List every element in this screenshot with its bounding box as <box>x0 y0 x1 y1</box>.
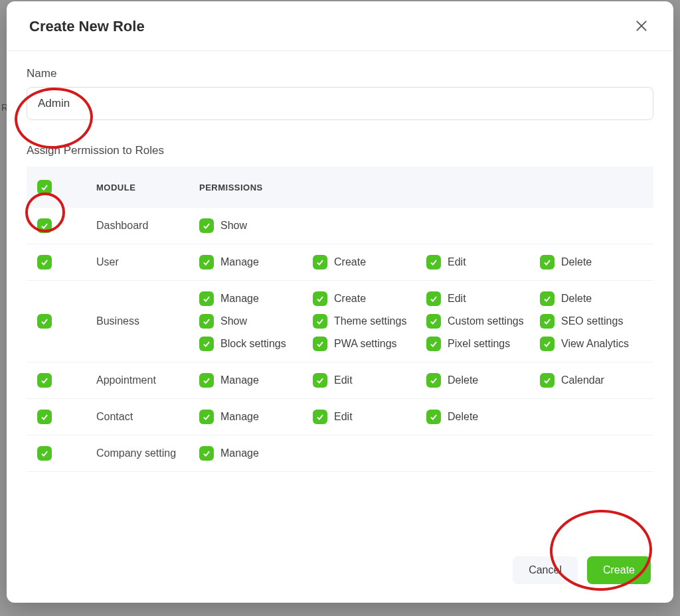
permission-label: Show <box>220 220 247 232</box>
modal-header: Create New Role <box>7 1 673 51</box>
permission-label: Edit <box>448 293 466 305</box>
permission-label: SEO settings <box>561 315 623 327</box>
permission-checkbox[interactable] <box>540 373 554 388</box>
table-row: ContactManageEditDelete <box>27 399 653 435</box>
permission-item: Show <box>199 218 306 233</box>
close-button[interactable] <box>632 17 651 36</box>
permission-checkbox[interactable] <box>426 255 441 270</box>
permission-checkbox[interactable] <box>199 337 214 351</box>
permission-checkbox[interactable] <box>540 337 554 351</box>
permission-label: Delete <box>561 293 592 305</box>
permission-checkbox[interactable] <box>199 373 214 388</box>
permissions-table: MODULE PERMISSIONS DashboardShowUserMana… <box>27 167 653 472</box>
permission-item: Calendar <box>540 373 647 388</box>
permission-checkbox[interactable] <box>540 255 554 270</box>
module-name: User <box>90 244 193 281</box>
permission-item: Delete <box>426 373 533 388</box>
permission-label: Pixel settings <box>448 338 510 350</box>
permission-checkbox[interactable] <box>313 337 327 351</box>
permission-checkbox[interactable] <box>426 291 441 306</box>
permission-label: Calendar <box>561 374 604 386</box>
permission-item: Delete <box>426 410 533 424</box>
permission-item: Edit <box>426 255 533 270</box>
permission-label: Block settings <box>220 338 286 350</box>
permission-item: Manage <box>199 446 306 461</box>
module-name: Dashboard <box>90 208 193 244</box>
permission-label: Create <box>334 293 366 305</box>
permission-checkbox[interactable] <box>199 446 214 461</box>
module-name: Business <box>90 281 193 362</box>
permission-item: Custom settings <box>426 314 533 329</box>
modal-title: Create New Role <box>29 18 145 35</box>
module-name: Appointment <box>90 362 193 399</box>
cancel-button[interactable]: Cancel <box>513 556 578 584</box>
permission-item: Manage <box>199 410 306 424</box>
permission-checkbox[interactable] <box>426 314 441 329</box>
permission-label: Delete <box>448 374 478 386</box>
permission-label: Show <box>220 315 247 327</box>
create-role-modal: Create New Role Name Assign Permission t… <box>7 1 673 603</box>
permission-checkbox[interactable] <box>540 291 554 306</box>
row-checkbox[interactable] <box>37 314 52 329</box>
assign-permission-label: Assign Permission to Roles <box>27 144 653 157</box>
table-row: BusinessManageCreateEditDeleteShowTheme … <box>27 281 653 362</box>
permission-label: Delete <box>448 411 478 423</box>
permission-checkbox[interactable] <box>540 314 554 329</box>
modal-body: Name Assign Permission to Roles MODULE P… <box>7 51 673 543</box>
permission-checkbox[interactable] <box>313 373 327 388</box>
permission-label: Custom settings <box>448 315 524 327</box>
row-checkbox[interactable] <box>37 373 52 388</box>
module-name: Contact <box>90 399 193 435</box>
permission-label: Edit <box>334 374 353 386</box>
table-row: Company settingManage <box>27 435 653 472</box>
row-checkbox[interactable] <box>37 410 52 424</box>
permission-label: PWA settings <box>334 338 397 350</box>
permission-checkbox[interactable] <box>199 410 214 424</box>
permission-label: Theme settings <box>334 315 406 327</box>
permission-label: Manage <box>220 293 259 305</box>
permission-item: Manage <box>199 255 306 270</box>
permission-item: Manage <box>199 373 306 388</box>
permission-label: Edit <box>448 256 466 268</box>
permission-item: Edit <box>313 373 420 388</box>
permission-checkbox[interactable] <box>313 255 327 270</box>
permission-item: Block settings <box>199 337 306 351</box>
permission-label: Manage <box>220 256 259 268</box>
permissions-cell: Manage <box>193 435 653 472</box>
permission-checkbox[interactable] <box>426 410 441 424</box>
permission-checkbox[interactable] <box>313 291 327 306</box>
permission-item: SEO settings <box>540 314 647 329</box>
select-all-checkbox[interactable] <box>37 180 52 194</box>
permission-item: Edit <box>313 410 420 424</box>
create-button[interactable]: Create <box>587 556 651 584</box>
permissions-cell: ManageEditDeleteCalendar <box>193 362 653 399</box>
permission-checkbox[interactable] <box>313 410 327 424</box>
permissions-cell: Show <box>193 208 653 244</box>
row-checkbox[interactable] <box>37 255 52 270</box>
table-row: UserManageCreateEditDelete <box>27 244 653 281</box>
permission-checkbox[interactable] <box>426 337 441 351</box>
permission-item: Edit <box>426 291 533 306</box>
permission-item: Create <box>313 291 420 306</box>
permission-item: Pixel settings <box>426 337 533 351</box>
permission-item: Theme settings <box>313 314 420 329</box>
permissions-cell: ManageCreateEditDeleteShowTheme settings… <box>193 281 653 362</box>
permission-checkbox[interactable] <box>199 218 214 233</box>
permissions-header: PERMISSIONS <box>193 167 653 208</box>
module-header: MODULE <box>90 167 193 208</box>
permission-checkbox[interactable] <box>199 255 214 270</box>
permission-checkbox[interactable] <box>199 291 214 306</box>
row-checkbox[interactable] <box>37 218 52 233</box>
modal-footer: Cancel Create <box>7 543 673 603</box>
permission-item: Delete <box>540 291 647 306</box>
role-name-input[interactable] <box>27 87 653 120</box>
permission-item: Delete <box>540 255 647 270</box>
permission-checkbox[interactable] <box>199 314 214 329</box>
permission-item: PWA settings <box>313 337 420 351</box>
permission-checkbox[interactable] <box>426 373 441 388</box>
row-checkbox[interactable] <box>37 446 52 461</box>
name-label: Name <box>27 67 653 80</box>
close-icon <box>635 19 648 35</box>
permission-checkbox[interactable] <box>313 314 327 329</box>
permission-item: View Analytics <box>540 337 647 351</box>
